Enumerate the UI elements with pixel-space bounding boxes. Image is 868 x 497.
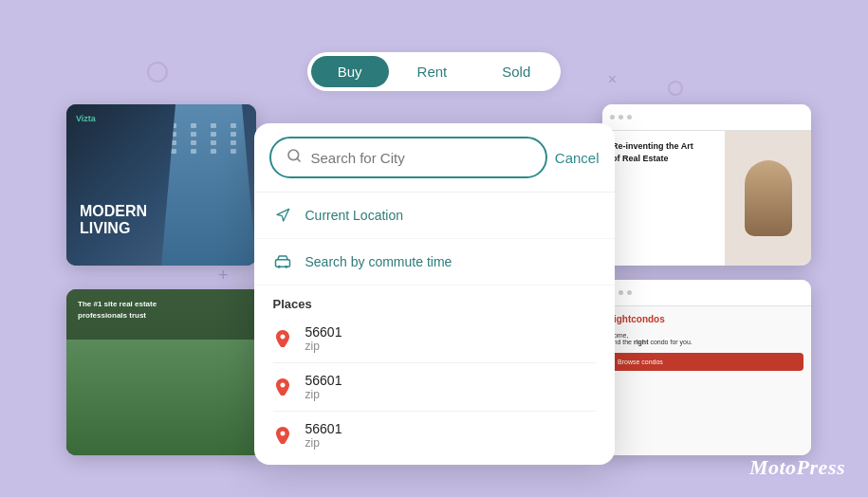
- search-input[interactable]: [311, 150, 530, 166]
- location-arrow-icon: [273, 206, 292, 225]
- tab-rent[interactable]: Rent: [391, 56, 474, 87]
- place-info-3: 56601 zip: [305, 421, 342, 450]
- places-section: Places 56601 zip: [254, 285, 615, 465]
- commute-time-label: Search by commute time: [305, 254, 452, 269]
- place-sub-3: zip: [305, 436, 342, 450]
- place-number-2: 56601: [305, 373, 342, 388]
- car-icon: [273, 252, 292, 271]
- search-icon: [286, 148, 302, 167]
- place-sub-2: zip: [305, 388, 342, 401]
- place-item-1[interactable]: 56601 zip: [273, 315, 596, 363]
- current-location-label: Current Location: [305, 208, 404, 223]
- place-info-2: 56601 zip: [305, 373, 342, 401]
- cancel-button[interactable]: Cancel: [555, 150, 600, 166]
- place-number-3: 56601: [305, 421, 342, 436]
- svg-line-1: [297, 158, 300, 161]
- tab-bar: Buy Rent Sold: [307, 52, 562, 91]
- search-bar-row: Cancel: [254, 123, 615, 193]
- motopress-text: MotoPress: [749, 455, 845, 479]
- search-input-wrapper[interactable]: [269, 137, 547, 178]
- place-sub-1: zip: [305, 340, 342, 353]
- svg-point-5: [285, 266, 287, 268]
- tab-sold[interactable]: Sold: [475, 56, 557, 87]
- main-container: Buy Rent Sold Cancel: [0, 0, 868, 497]
- search-popup: Cancel Current Location Search by com: [254, 123, 615, 465]
- svg-rect-3: [275, 260, 289, 267]
- place-item-2[interactable]: 56601 zip: [273, 363, 596, 412]
- place-pin-icon-2: [273, 377, 292, 396]
- place-info-1: 56601 zip: [305, 324, 342, 353]
- tab-buy[interactable]: Buy: [311, 56, 389, 87]
- current-location-option[interactable]: Current Location: [254, 193, 615, 239]
- places-label: Places: [273, 297, 596, 311]
- place-item-3[interactable]: 56601 zip: [273, 412, 596, 459]
- commute-time-option[interactable]: Search by commute time: [254, 239, 615, 285]
- place-pin-icon-1: [273, 329, 292, 348]
- motopress-logo: MotoPress: [749, 455, 845, 480]
- place-pin-icon-3: [273, 426, 292, 445]
- svg-point-4: [277, 266, 280, 268]
- svg-marker-2: [277, 209, 289, 221]
- place-number-1: 56601: [305, 324, 342, 340]
